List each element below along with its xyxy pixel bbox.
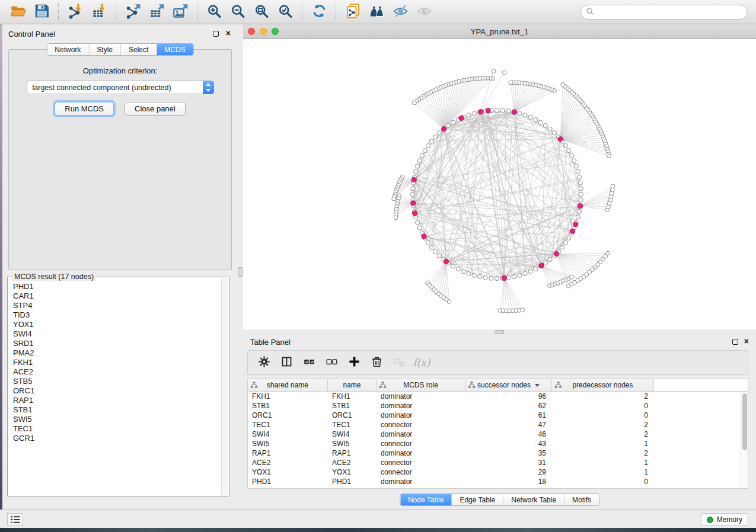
graph-node[interactable]	[437, 254, 441, 258]
graph-node[interactable]	[523, 113, 527, 117]
cell-name[interactable]: ACE2	[328, 458, 377, 467]
tab-style[interactable]: Style	[89, 44, 121, 55]
save-session-button[interactable]	[33, 3, 50, 21]
graph-mcds-node[interactable]	[539, 263, 544, 268]
mcds-result-item[interactable]: STP4	[9, 301, 221, 310]
graph-node[interactable]	[447, 299, 451, 303]
vertical-splitter[interactable]	[238, 24, 243, 509]
graph-mcds-node[interactable]	[479, 109, 483, 114]
graph-node[interactable]	[579, 198, 583, 202]
table-row[interactable]: SWI5SWI5connector431	[248, 439, 748, 448]
graph-mcds-node[interactable]	[412, 177, 416, 182]
cell-predecessor-nodes[interactable]: 0	[552, 411, 654, 420]
cell-successor-nodes[interactable]: 47	[465, 420, 552, 430]
graph-node[interactable]	[518, 273, 522, 277]
graph-node[interactable]	[472, 273, 476, 277]
graph-node[interactable]	[576, 169, 580, 174]
graph-mcds-node[interactable]	[570, 229, 575, 233]
delete-columns-button[interactable]	[369, 355, 384, 370]
column-header-MCDS-role[interactable]: MCDS role	[377, 379, 465, 391]
graph-node[interactable]	[502, 70, 506, 75]
graph-mcds-node[interactable]	[411, 201, 416, 206]
graph-node[interactable]	[417, 226, 422, 230]
cell-shared-name[interactable]: YOX1	[248, 467, 328, 477]
mcds-result-list[interactable]: PHD1CAR1STP4TID3YOX1SWI4SRD1PMA2FKH1ACE2…	[9, 282, 221, 493]
graph-node[interactable]	[437, 131, 441, 135]
optimization-criterion-select[interactable]: largest connected component (undirected)	[27, 81, 214, 94]
cell-shared-name[interactable]: SWI4	[248, 430, 328, 439]
control-panel-float-icon[interactable]	[213, 31, 219, 37]
mcds-result-item[interactable]: CAR1	[9, 291, 221, 301]
graph-node[interactable]	[572, 159, 576, 163]
cell-MCDS-role[interactable]: connector	[377, 439, 465, 448]
cell-shared-name[interactable]: PHD1	[248, 477, 328, 486]
cell-predecessor-nodes[interactable]: 2	[552, 420, 654, 430]
graph-node[interactable]	[416, 164, 420, 168]
graph-node[interactable]	[534, 267, 538, 271]
table-row[interactable]: FKH1FKH1dominator962	[248, 392, 748, 401]
graph-node[interactable]	[506, 109, 511, 113]
export-table-button[interactable]	[148, 3, 165, 21]
create-column-button[interactable]	[346, 355, 362, 370]
graph-node[interactable]	[433, 249, 438, 254]
cell-successor-nodes[interactable]: 31	[465, 458, 552, 467]
cell-name[interactable]: TEC1	[328, 420, 377, 430]
graph-node[interactable]	[410, 192, 414, 196]
graph-node[interactable]	[563, 144, 567, 148]
graph-node[interactable]	[414, 169, 418, 174]
cell-MCDS-role[interactable]: dominator	[377, 411, 465, 420]
graph-node[interactable]	[563, 241, 567, 245]
cell-MCDS-role[interactable]: dominator	[377, 401, 465, 411]
graph-node[interactable]	[548, 258, 552, 262]
node-table-scrollbar[interactable]	[741, 392, 748, 488]
column-header-shared-name[interactable]: shared name	[248, 379, 328, 391]
graph-node[interactable]	[576, 215, 580, 219]
graph-mcds-node[interactable]	[578, 204, 582, 209]
table-row[interactable]: ACE2ACE2connector311	[248, 458, 748, 467]
tab-select[interactable]: Select	[121, 44, 157, 55]
graph-node[interactable]	[578, 181, 582, 185]
first-neighbors-button[interactable]	[368, 3, 385, 21]
graph-node[interactable]	[446, 123, 451, 127]
graph-node[interactable]	[412, 101, 416, 105]
graph-node[interactable]	[423, 149, 427, 153]
graph-node[interactable]	[577, 175, 581, 180]
graph-node[interactable]	[561, 82, 565, 86]
tab-network-table[interactable]: Network Table	[503, 494, 564, 505]
table-row[interactable]: YOX1YOX1connector291	[248, 467, 748, 477]
cell-MCDS-role[interactable]: dominator	[377, 430, 465, 439]
cell-shared-name[interactable]: ACE2	[248, 458, 328, 467]
graph-node[interactable]	[560, 245, 564, 249]
cell-successor-nodes[interactable]: 29	[465, 467, 552, 477]
graph-node[interactable]	[528, 115, 532, 119]
table-settings-button[interactable]	[256, 355, 272, 370]
graph-node[interactable]	[394, 216, 398, 220]
cell-MCDS-role[interactable]: dominator	[377, 477, 465, 486]
mcds-result-item[interactable]: SRD1	[9, 339, 221, 348]
graph-mcds-node[interactable]	[512, 110, 516, 114]
graph-node[interactable]	[495, 108, 499, 112]
cell-predecessor-nodes[interactable]: 0	[552, 401, 654, 411]
clone-network-button[interactable]	[344, 3, 362, 21]
cell-name[interactable]: SWI4	[328, 430, 377, 439]
cell-predecessor-nodes[interactable]: 1	[552, 458, 654, 467]
table-panel-close-icon[interactable]: ×	[744, 338, 749, 344]
cell-successor-nodes[interactable]: 46	[465, 430, 552, 439]
mcds-result-item[interactable]: PMA2	[9, 348, 221, 358]
graph-mcds-node[interactable]	[486, 108, 490, 113]
mcds-result-item[interactable]: STB5	[9, 377, 221, 386]
mcds-result-item[interactable]: SWI5	[9, 415, 221, 424]
vertical-splitter-handle[interactable]	[238, 267, 243, 277]
graph-node[interactable]	[483, 275, 487, 280]
graph-node[interactable]	[577, 209, 581, 213]
mcds-result-item[interactable]: ORC1	[9, 386, 221, 396]
mcds-result-item[interactable]: RAP1	[9, 396, 221, 405]
graph-node[interactable]	[392, 197, 396, 201]
table-row[interactable]: STB1STB1dominator620	[248, 401, 748, 411]
graph-mcds-node[interactable]	[558, 137, 563, 142]
cell-shared-name[interactable]: STB1	[248, 401, 328, 411]
graph-mcds-node[interactable]	[554, 251, 559, 256]
cell-MCDS-role[interactable]: connector	[377, 467, 465, 477]
graph-node[interactable]	[433, 134, 438, 139]
run-mcds-button[interactable]: Run MCDS	[55, 102, 114, 116]
